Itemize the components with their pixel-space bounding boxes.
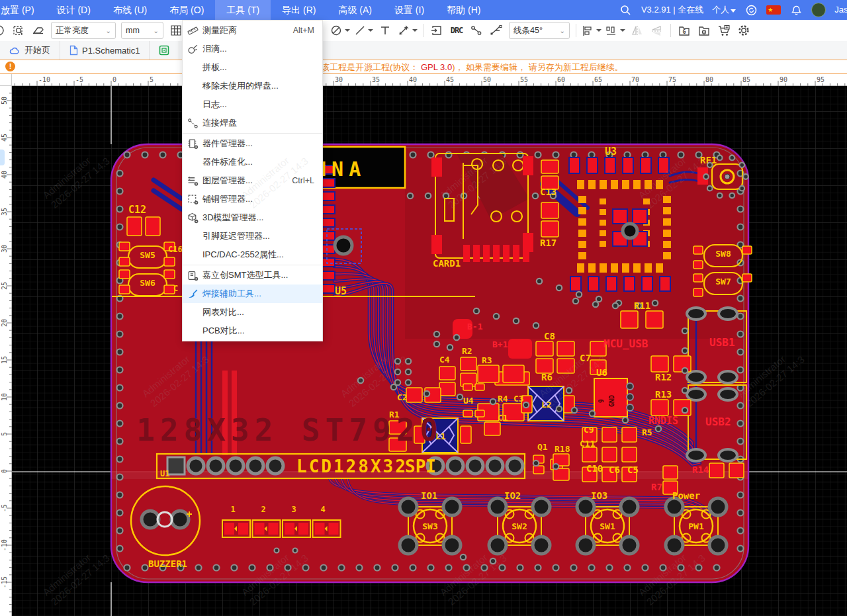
tools-menu-item[interactable]: 连接焊盘 [183, 114, 322, 132]
svg-text:5: 5 [150, 76, 154, 83]
brightness-select[interactable]: 正常亮度⌄ [51, 22, 116, 39]
svg-text:35: 35 [1, 208, 8, 216]
pcb-label: C7 [580, 353, 591, 363]
pcb-label: RNDIS [648, 415, 678, 427]
pcb-label: U5 [335, 285, 347, 297]
pcb-label: R7 [651, 482, 662, 492]
menubar-item[interactable]: 导出 (R) [271, 0, 327, 20]
pcb-label: L2 [541, 400, 552, 410]
tab-label: P1.Schematic1 [82, 46, 140, 56]
tools-menu-item[interactable]: PCB对比... [183, 322, 322, 340]
flip-vertical-icon [649, 22, 665, 39]
tools-menu-item[interactable]: 器件标准化... [183, 153, 322, 171]
svg-text:95: 95 [817, 76, 825, 83]
menubar-item[interactable]: 高级 (A) [327, 0, 383, 20]
pcb-icon [159, 45, 169, 56]
menubar-item[interactable]: 布局 (O) [158, 0, 215, 20]
menubar-item[interactable]: 设置 (I) [383, 0, 435, 20]
svg-text:5: 5 [1, 432, 8, 436]
3d-model-icon [183, 212, 202, 224]
no-entry-icon[interactable] [330, 22, 350, 39]
chevron-down-icon [345, 29, 350, 32]
tools-menu-item[interactable]: 3D模型管理器... [183, 208, 322, 227]
pcb-label: R12 [655, 372, 672, 382]
line-icon[interactable] [354, 22, 373, 39]
menu-item-label: IPC/DAC-2552属性... [202, 249, 322, 261]
via-icon[interactable] [468, 22, 484, 39]
menu-bar-right: V3.2.91 | 全在线 个人 ★ Jason [619, 0, 847, 20]
folder-target-icon[interactable] [696, 22, 712, 39]
tools-menu-item[interactable]: 引脚延迟管理器... [183, 227, 322, 245]
tools-menu-item[interactable]: 嘉立创SMT选型工具... [183, 266, 322, 285]
tools-menu-item[interactable]: 器件管理器... [183, 134, 322, 153]
svg-text:40: 40 [1, 171, 8, 179]
pcb-canvas[interactable]: C12SW5SW6C16CANTENNAU5CARD1U3RF1C13R17SW… [12, 86, 847, 616]
pcb-label: B+1 [492, 339, 508, 349]
tools-menu-item[interactable]: 网表对比... [183, 303, 322, 322]
import-changes-icon[interactable] [429, 22, 445, 39]
opensource-warning-bar: ! 该工程是开源工程(协议： GPL 3.0)， 如果需要编辑， 请另存为新工程… [0, 60, 847, 74]
chevron-down-icon [731, 9, 736, 13]
pcb-label: IO3 [591, 490, 607, 501]
history-icon[interactable] [0, 22, 7, 39]
line-mode-select[interactable]: 线条45°⌄ [509, 22, 570, 39]
menubar-item[interactable]: 放置 (P) [0, 0, 46, 20]
cart-icon[interactable] [716, 22, 732, 39]
menu-item-label: 铺铜管理器... [202, 193, 322, 205]
tools-menu-item[interactable]: IPC/DAC-2552属性... [183, 245, 322, 264]
tools-menu-item[interactable]: 测量距离Alt+M [183, 21, 322, 40]
menubar-item[interactable]: 帮助 (H) [435, 0, 492, 20]
pcb-label: R14 [692, 464, 709, 475]
tab-P1.Schematic1[interactable]: P1.Schematic1 [60, 41, 150, 60]
tools-menu-item[interactable]: 日志... [183, 95, 322, 114]
search-icon[interactable] [619, 3, 633, 17]
pcb-label: PW1 [688, 521, 704, 531]
route-fanout-icon[interactable] [488, 22, 504, 39]
text-icon[interactable] [377, 22, 393, 39]
tools-menu-item[interactable]: 移除未使用的焊盘... [183, 77, 322, 95]
distribute-icon[interactable] [605, 22, 625, 39]
menu-item-label: 日志... [202, 99, 322, 110]
menubar-item[interactable]: 设计 (D) [46, 0, 102, 20]
cloud-sync-icon[interactable] [744, 3, 758, 17]
pcb-label: C9 [584, 425, 594, 435]
pcb-label: 4 [320, 505, 325, 514]
svg-text:-5: -5 [1, 504, 8, 512]
pcb-label: 3 [291, 505, 296, 514]
svg-text:0: 0 [112, 76, 116, 83]
smt-tool-icon [183, 270, 202, 281]
tools-menu-item[interactable]: 拼板... [183, 58, 322, 77]
language-flag-icon[interactable]: ★ [766, 5, 781, 15]
tools-menu-item[interactable]: 铺铜管理器... [183, 190, 322, 208]
tab-开始页[interactable]: 开始页 [0, 41, 60, 60]
left-panel-handle[interactable] [0, 150, 5, 165]
chevron-down-icon [596, 29, 602, 32]
menubar-item[interactable]: 布线 (U) [102, 0, 158, 20]
account-menu[interactable]: 个人 [712, 0, 736, 20]
svg-text:-10: -10 [1, 539, 8, 551]
unit-select[interactable]: mm⌄ [121, 22, 163, 39]
ruler-left: -15-10-505101520253035404550 [0, 86, 12, 616]
settings-gear-icon[interactable] [736, 22, 752, 39]
menu-item-label: 网表对比... [202, 306, 322, 318]
menubar-item[interactable]: 工具 (T) [215, 0, 271, 20]
tools-menu-item[interactable]: 泪滴... [183, 40, 322, 58]
dimension-icon[interactable] [397, 22, 418, 39]
ruler-top: -10-505101520253035404550556065707580859… [0, 74, 847, 86]
folder-gerber-icon[interactable]: G [676, 22, 692, 39]
drc-check-icon[interactable]: DRC [449, 22, 465, 39]
tools-menu-item[interactable]: 焊接辅助工具... [183, 285, 322, 303]
zoom-area-icon[interactable] [11, 22, 26, 39]
svg-text:60: 60 [557, 76, 565, 83]
align-icon[interactable] [582, 22, 602, 39]
notification-bell-icon[interactable] [789, 3, 803, 17]
pcb-label: IO2 [504, 490, 521, 501]
eraser-icon[interactable] [30, 22, 46, 39]
tab-pcb[interactable] [150, 41, 179, 60]
user-avatar[interactable] [811, 3, 826, 17]
svg-text:-10: -10 [38, 76, 50, 83]
tools-menu-item[interactable]: 图层管理器...Ctrl+L [183, 171, 322, 190]
svg-text:55: 55 [520, 76, 528, 83]
svg-text:-5: -5 [75, 76, 83, 83]
menu-item-label: 泪滴... [202, 43, 322, 55]
